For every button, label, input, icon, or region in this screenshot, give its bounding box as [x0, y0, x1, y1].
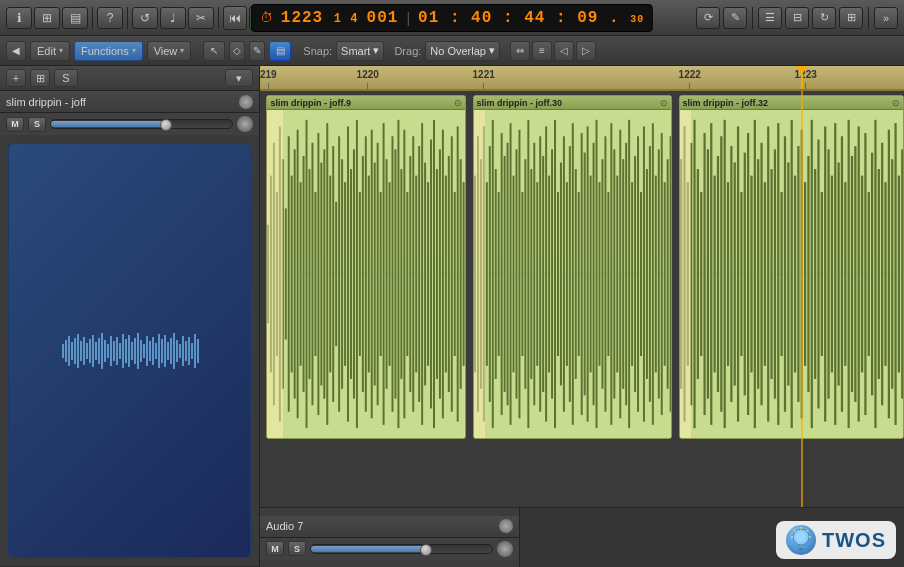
transport-tick: 001: [367, 9, 399, 27]
track-2-volume-knob[interactable]: [420, 544, 432, 556]
back-to-start-btn[interactable]: ⏮: [223, 6, 247, 30]
edit-label: Edit: [37, 45, 56, 57]
audio-clip-2[interactable]: slim drippin - joff.30 ⊙: [473, 95, 673, 439]
more-btn[interactable]: »: [874, 7, 898, 29]
clip-1-name: slim drippin - joff.9: [270, 98, 351, 108]
svg-rect-31: [155, 343, 157, 359]
clip-2-waveform-svg: [474, 110, 672, 438]
track-1-solo-btn[interactable]: S: [28, 117, 46, 132]
transport-display: ⏱ 1223 1 4 001 | 01 : 40 : 44 : 09 . 30: [251, 4, 653, 32]
svg-rect-5: [77, 334, 79, 368]
tools-btn[interactable]: ✂: [188, 7, 214, 29]
track-2-power-btn[interactable]: [499, 519, 513, 533]
track-2-header: Audio 7: [260, 516, 519, 538]
transport-bar-beat: 1223 1 4 001: [281, 9, 399, 27]
clip-2-waveform: [474, 110, 672, 438]
ruler-mark-1221: 1221: [473, 69, 495, 89]
list-btn[interactable]: ☰: [758, 7, 782, 29]
config-track-btn[interactable]: ⊞: [30, 69, 50, 87]
piano-btn[interactable]: ⊟: [785, 7, 809, 29]
svg-rect-8: [86, 343, 88, 359]
playhead: [801, 66, 803, 89]
undo-btn[interactable]: ↺: [132, 7, 158, 29]
help-btn[interactable]: ?: [97, 7, 123, 29]
clip-1-waveform: [267, 110, 465, 438]
audio-clip-3[interactable]: slim drippin - joff.32 ⊙: [679, 95, 904, 439]
transport-minutes: 40: [471, 9, 492, 27]
mixer-btn[interactable]: ⊞: [839, 7, 863, 29]
main-area: + ⊞ S ▾ slim drippin - joff M S: [0, 66, 904, 567]
svg-rect-19: [119, 343, 121, 359]
clip-2-icon: ⊙: [660, 98, 668, 108]
sep-r1: [752, 7, 753, 29]
snap-label: Snap:: [303, 45, 332, 57]
track-1-power-btn[interactable]: [239, 95, 253, 109]
tool-active-btn[interactable]: ▤: [269, 41, 291, 61]
track-2-mute-btn[interactable]: M: [266, 541, 284, 556]
snap-select[interactable]: Smart ▾: [336, 41, 384, 61]
snap-arrow: ▾: [373, 44, 379, 57]
ruler-tick-1222: [689, 83, 690, 89]
track-1-volume-knob[interactable]: [160, 119, 172, 131]
svg-rect-36: [170, 338, 172, 364]
track-2-pan-knob[interactable]: [497, 541, 513, 557]
clip-1-waveform-svg: [267, 110, 465, 438]
ruler-tick-1221: [483, 83, 484, 89]
right-toolbar: ⟳ ✎ ☰ ⊟ ↻ ⊞ »: [696, 7, 898, 29]
waveform-area[interactable]: slim drippin - joff.9 ⊙: [260, 91, 904, 507]
pencil-btn[interactable]: ✎: [723, 7, 747, 29]
bulb-svg: [789, 526, 813, 554]
svg-rect-38: [176, 340, 178, 362]
svg-rect-28: [146, 336, 148, 366]
svg-rect-21: [125, 339, 127, 363]
clip-2-header: slim drippin - joff.30 ⊙: [474, 96, 672, 110]
sep-r2: [868, 7, 869, 29]
track-1-volume-slider[interactable]: [50, 119, 233, 129]
tool-r2[interactable]: ≡: [532, 41, 552, 61]
transport-hours: 01: [418, 9, 439, 27]
clip-1-icon: ⊙: [454, 98, 462, 108]
tool-pencil-btn[interactable]: ✎: [249, 41, 265, 61]
collapse-track-btn[interactable]: ▾: [225, 69, 253, 87]
metronome-btn[interactable]: ♩: [160, 7, 186, 29]
edit-arrow: ▾: [59, 46, 63, 55]
track-2-name: Audio 7: [266, 520, 303, 532]
track-2-volume-slider[interactable]: [310, 544, 493, 554]
ruler: 219 1220 1221 1222 1223: [260, 66, 904, 91]
transport-seconds: 44: [524, 9, 545, 27]
s-track-btn[interactable]: S: [54, 69, 78, 87]
svg-rect-6: [80, 341, 82, 361]
functions-menu[interactable]: Functions ▾: [74, 41, 143, 61]
svg-rect-22: [128, 335, 130, 367]
track-2-solo-btn[interactable]: S: [288, 541, 306, 556]
audio-clip-1[interactable]: slim drippin - joff.9 ⊙: [266, 95, 466, 439]
transport-beat-div: 1 4: [334, 12, 367, 26]
track-1-pan-knob[interactable]: [237, 116, 253, 132]
ruler-mark-219: 219: [260, 69, 277, 89]
tool-move-btn[interactable]: ◇: [229, 41, 245, 61]
view-menu[interactable]: View ▾: [147, 41, 192, 61]
tool-r3[interactable]: ◁: [554, 41, 574, 61]
tool-r1[interactable]: ⇔: [510, 41, 530, 61]
settings-btn[interactable]: ⊞: [34, 7, 60, 29]
track-1-name: slim drippin - joff: [6, 96, 86, 108]
track-1-mute-btn[interactable]: M: [6, 117, 24, 132]
sync-btn[interactable]: ⟳: [696, 7, 720, 29]
waveform-preview-svg: [60, 326, 200, 376]
info-btn[interactable]: ℹ: [6, 7, 32, 29]
config-btn[interactable]: ▤: [62, 7, 88, 29]
twos-text: TWOS: [822, 529, 886, 552]
drag-select[interactable]: No Overlap ▾: [425, 41, 500, 61]
edit-menu[interactable]: Edit ▾: [30, 41, 70, 61]
back-btn-2[interactable]: ◀: [6, 41, 26, 61]
transport-bar: 1223: [281, 9, 323, 27]
tool-select-btn[interactable]: ↖: [203, 41, 225, 61]
loop-btn[interactable]: ↻: [812, 7, 836, 29]
svg-rect-32: [158, 334, 160, 368]
tool-r4[interactable]: ▷: [576, 41, 596, 61]
add-track-btn[interactable]: +: [6, 69, 26, 87]
track-1-header: slim drippin - joff: [0, 91, 259, 113]
second-toolbar: ◀ Edit ▾ Functions ▾ View ▾ ↖ ◇ ✎ ▤ Snap…: [0, 36, 904, 66]
svg-rect-37: [173, 333, 175, 369]
transport-separator: |: [406, 10, 410, 26]
